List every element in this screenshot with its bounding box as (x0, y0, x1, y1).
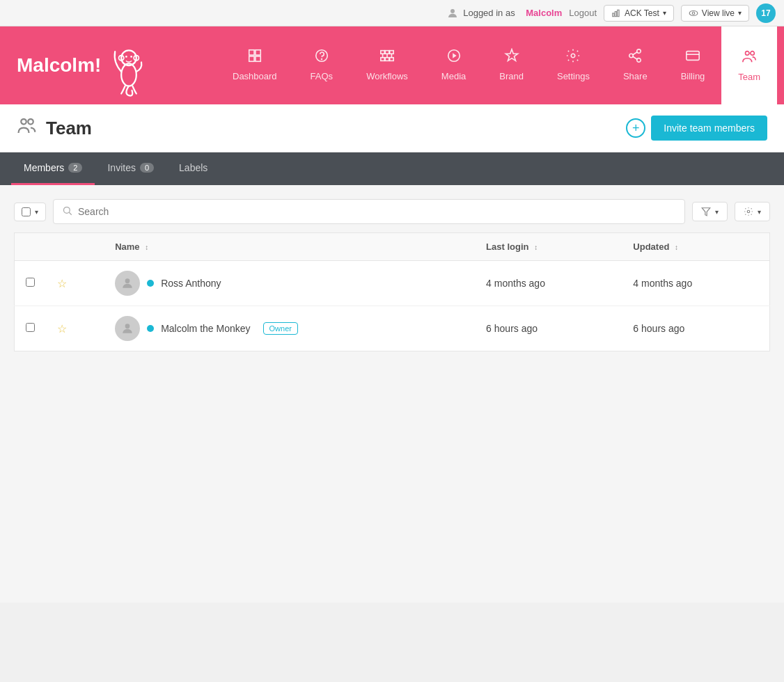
svg-point-42 (125, 278, 130, 283)
svg-rect-14 (249, 56, 254, 61)
eye-icon (689, 8, 698, 18)
svg-point-29 (637, 58, 641, 62)
nav-item-settings[interactable]: Settings (540, 26, 606, 104)
select-all-checkbox[interactable] (22, 207, 31, 216)
header-checkbox-cell (15, 233, 47, 261)
select-dropdown-chevron: ▾ (35, 208, 38, 216)
row2-name: Malcolm the Monkey (161, 323, 250, 334)
notification-count: 17 (761, 8, 770, 18)
svg-rect-23 (390, 57, 394, 61)
svg-point-35 (751, 51, 755, 56)
faqs-icon (314, 48, 329, 67)
invite-area: + Invite team members (626, 116, 767, 141)
tab-invites-label: Invites (107, 162, 135, 173)
user-avatar-icon (446, 7, 459, 19)
header-name[interactable]: Name ↕ (104, 233, 475, 261)
table-header-row: Name ↕ Last login ↕ Updated ↕ (15, 233, 770, 261)
row2-member-name-cell: Malcolm the Monkey Owner (115, 316, 464, 341)
nav-team-label: Team (738, 72, 760, 82)
row2-checkbox[interactable] (26, 323, 35, 332)
svg-rect-3 (618, 10, 619, 16)
table-row: ☆ Malcolm the Monkey Owner 6 hour (15, 306, 770, 351)
table-row: ☆ Ross Anthony 4 months ago 4 months (15, 261, 770, 306)
checkbox-select-dropdown[interactable]: ▾ (14, 203, 46, 221)
invite-team-members-button[interactable]: Invite team members (651, 116, 767, 141)
svg-marker-40 (702, 208, 710, 216)
members-table: Name ↕ Last login ↕ Updated ↕ (14, 232, 770, 351)
ack-test-button[interactable]: ACK Test ▾ (604, 5, 674, 22)
row1-name: Ross Anthony (161, 278, 221, 289)
row1-checkbox-cell (15, 261, 47, 306)
monkey-logo-icon (108, 34, 150, 97)
row2-star-cell: ☆ (46, 306, 104, 351)
top-bar: Logged in as Malcolm Logout ACK Test ▾ V… (0, 0, 784, 26)
page-title: Team (46, 118, 92, 139)
last-login-sort-icon: ↕ (534, 244, 538, 251)
tab-members-label: Members (24, 162, 64, 173)
row2-avatar (115, 316, 140, 341)
share-icon (627, 48, 643, 67)
view-live-label: View live (702, 8, 735, 18)
nav-item-faqs[interactable]: FAQs (294, 26, 350, 104)
nav-share-label: Share (623, 71, 648, 81)
tab-invites[interactable]: Invites 0 (95, 152, 166, 185)
search-input[interactable] (78, 206, 676, 217)
svg-point-17 (321, 58, 322, 59)
nav-item-media[interactable]: Media (425, 26, 483, 104)
svg-point-28 (629, 54, 634, 58)
search-box (53, 199, 685, 224)
nav-item-brand[interactable]: Brand (483, 26, 540, 104)
svg-marker-25 (453, 53, 457, 58)
nav-workflows-label: Workflows (366, 71, 408, 81)
user-name-link[interactable]: Malcolm (526, 8, 562, 18)
svg-rect-19 (385, 50, 389, 54)
nav-dashboard-label: Dashboard (233, 71, 277, 81)
row2-avatar-icon (120, 322, 134, 335)
svg-line-30 (633, 51, 637, 54)
nav-item-team[interactable]: Team (721, 26, 777, 104)
row1-member-name-cell: Ross Anthony (115, 271, 464, 296)
row1-last-login: 4 months ago (475, 261, 622, 306)
logout-link[interactable]: Logout (569, 8, 597, 18)
filter-button[interactable]: ▾ (692, 202, 728, 221)
filter-chevron-icon: ▾ (715, 208, 719, 216)
team-heading-icon (17, 116, 38, 136)
add-member-icon-button[interactable]: + (626, 118, 645, 138)
svg-point-10 (125, 56, 127, 58)
nav-faqs-label: FAQs (311, 71, 334, 81)
row2-online-dot (147, 325, 154, 332)
nav-item-billing[interactable]: Billing (664, 26, 722, 104)
tab-labels[interactable]: Labels (166, 152, 220, 185)
header-updated[interactable]: Updated ↕ (622, 233, 769, 261)
svg-rect-2 (615, 11, 616, 16)
header-last-login[interactable]: Last login ↕ (475, 233, 622, 261)
notifications-button[interactable]: 17 (756, 3, 776, 23)
gear-icon (744, 207, 753, 216)
svg-rect-22 (385, 57, 389, 61)
invites-badge: 0 (140, 163, 154, 173)
brand-icon (504, 48, 519, 67)
tab-members[interactable]: Members 2 (11, 152, 95, 185)
svg-rect-1 (613, 13, 614, 17)
main-nav: Dashboard FAQs Workflows Media Brand (216, 26, 784, 104)
nav-item-share[interactable]: Share (606, 26, 664, 104)
row2-owner-badge: Owner (263, 322, 298, 335)
bar-chart-icon (611, 8, 621, 18)
svg-point-27 (637, 49, 641, 53)
column-settings-button[interactable]: ▾ (735, 202, 770, 221)
row1-checkbox[interactable] (26, 278, 35, 287)
row1-avatar (115, 271, 140, 296)
view-live-button[interactable]: View live ▾ (681, 5, 749, 22)
row1-star-icon[interactable]: ☆ (57, 278, 67, 290)
row2-checkbox-cell (15, 306, 47, 351)
header-star-cell (46, 233, 104, 261)
header-last-login-label: Last login (486, 241, 528, 252)
billing-icon (685, 48, 700, 67)
nav-item-dashboard[interactable]: Dashboard (216, 26, 294, 104)
logged-in-user: Logged in as Malcolm (446, 7, 562, 19)
row2-star-icon[interactable]: ☆ (57, 323, 67, 335)
nav-item-workflows[interactable]: Workflows (350, 26, 425, 104)
filter-icon (701, 207, 711, 216)
nav-media-label: Media (441, 71, 466, 81)
settings-chevron-icon: ▾ (758, 208, 761, 216)
